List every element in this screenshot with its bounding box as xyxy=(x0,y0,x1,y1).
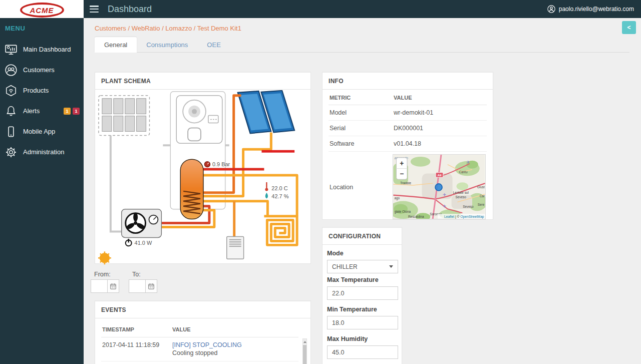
pressure-gauge-icon xyxy=(204,162,210,167)
event-timestamp: 2017-04-11 11:18:59 xyxy=(101,337,171,361)
sidebar-item-label: Alerts xyxy=(23,107,40,115)
gear-icon xyxy=(5,146,18,159)
breadcrumb[interactable]: Customers / WebRatio / Lomazzo / Test De… xyxy=(95,25,641,32)
table-row: Software v01.04.18 xyxy=(329,136,487,152)
from-date-input[interactable] xyxy=(91,279,107,293)
events-col-value: VALUE xyxy=(171,322,298,337)
info-value: v01.04.18 xyxy=(393,136,487,151)
sidebar: MENU Main Dashboard Customers Products xyxy=(0,18,84,364)
map-marker[interactable] xyxy=(435,184,442,191)
date-filter: From: To: xyxy=(91,271,157,293)
acme-logo-text: ACME xyxy=(30,6,54,15)
sidebar-item-label: Customers xyxy=(23,66,55,74)
humidity-droplet-icon xyxy=(265,193,268,199)
leaflet-link[interactable]: Leaflet xyxy=(444,215,454,218)
humidity-reading: 42.7 % xyxy=(271,193,288,199)
bell-icon xyxy=(5,105,18,118)
mode-select[interactable]: CHILLER xyxy=(327,260,398,273)
tab-oee[interactable]: OEE xyxy=(197,37,230,53)
page-title: Dashboard xyxy=(108,4,152,15)
from-calendar-button[interactable] xyxy=(107,279,119,293)
configuration-title: CONFIGURATION xyxy=(323,228,402,245)
to-label: To: xyxy=(132,271,157,278)
map-road-badge: A9 xyxy=(436,172,443,177)
zoom-out-button[interactable]: − xyxy=(400,170,404,178)
user-email: paolo.riviello@webratio.com xyxy=(559,6,634,13)
max-temperature-label: Max Temperature xyxy=(327,276,397,283)
temperature-reading: 22.0 C xyxy=(271,185,287,191)
fan-unit xyxy=(122,209,162,238)
table-row: Serial DK000001 xyxy=(329,121,487,136)
sidebar-item-administration[interactable]: Administration xyxy=(0,142,84,162)
events-table: TIMESTAMP VALUE 2017-04-11 11:18:59 [INF… xyxy=(101,322,298,364)
svg-text:giate Olona: giate Olona xyxy=(394,210,411,214)
map-zoom-control: + − xyxy=(396,158,407,179)
scroll-up-arrow[interactable] xyxy=(303,339,306,344)
sidebar-item-customers[interactable]: Customers xyxy=(0,60,84,80)
top-bar: ACME Dashboard paolo.riviello@webratio.c… xyxy=(0,0,641,18)
svg-text:Cantu: Cantu xyxy=(459,170,467,174)
power-icon xyxy=(126,239,132,246)
sidebar-item-label: Mobile App xyxy=(23,128,55,135)
sidebar-menu-label: MENU xyxy=(0,18,84,39)
svg-text:Giust: Giust xyxy=(477,185,485,189)
to-calendar-button[interactable] xyxy=(145,279,157,293)
info-col-metric: METRIC xyxy=(329,91,393,105)
smartphone-icon xyxy=(5,125,18,138)
collapse-panel-button[interactable]: < xyxy=(622,21,636,34)
info-metric: Location xyxy=(329,180,393,195)
to-date-input[interactable] xyxy=(129,279,145,293)
table-row: 2017-04-11 14:17:19 [INFO] START_COOLING… xyxy=(101,361,298,364)
events-title: EVENTS xyxy=(95,301,310,318)
location-map[interactable]: A9 ✈✈✈ aeroporto Tradate Cantu xyxy=(393,154,486,219)
osm-link[interactable]: OpenStreetMap xyxy=(460,215,484,219)
svg-text:✈: ✈ xyxy=(443,204,446,209)
info-title: INFO xyxy=(323,73,493,90)
sidebar-item-products[interactable]: Products xyxy=(0,80,84,101)
pv-array xyxy=(99,96,150,136)
events-scrollbar[interactable] xyxy=(302,338,307,364)
info-metric: Model xyxy=(329,105,393,120)
scroll-thumb[interactable] xyxy=(303,345,306,364)
sun-icon xyxy=(98,251,111,264)
svg-text:Sere: Sere xyxy=(478,203,485,206)
sidebar-item-label: Administration xyxy=(23,148,64,156)
calendar-icon xyxy=(148,283,155,290)
plant-schema-panel: PLANT SCHEMA xyxy=(95,72,311,264)
mode-label: Mode xyxy=(327,250,397,257)
min-temperature-label: Min Temperature xyxy=(327,306,397,313)
max-humidity-input[interactable] xyxy=(327,345,398,359)
svg-text:Car: Car xyxy=(480,194,485,198)
event-link[interactable]: [INFO] STOP_COOLING xyxy=(172,341,296,348)
svg-text:Rescaldina: Rescaldina xyxy=(408,215,424,218)
tab-bar: General Consumptions OEE xyxy=(95,37,629,53)
info-panel: INFO METRIC VALUE Model wr-demokit-01 Se… xyxy=(322,72,493,220)
power-reading: 41.0 W xyxy=(135,240,152,246)
tab-general[interactable]: General xyxy=(95,37,137,53)
solar-collectors xyxy=(238,91,294,134)
sidebar-item-label: Products xyxy=(23,87,49,94)
max-temperature-input[interactable] xyxy=(327,286,398,300)
sidebar-item-mobile-app[interactable]: Mobile App xyxy=(0,121,84,142)
radiator xyxy=(261,151,294,174)
sidebar-item-main-dashboard[interactable]: Main Dashboard xyxy=(0,39,84,60)
configuration-panel: CONFIGURATION Mode CHILLER Max Temperatu… xyxy=(322,227,402,364)
sidebar-item-alerts[interactable]: Alerts 1 1 xyxy=(0,101,84,121)
tab-consumptions[interactable]: Consumptions xyxy=(137,37,197,53)
info-metric: Serial xyxy=(329,121,393,136)
products-icon xyxy=(5,84,18,97)
info-metric: Software xyxy=(329,136,393,151)
user-account[interactable]: paolo.riviello@webratio.com xyxy=(547,5,634,14)
main-content: Customers / WebRatio / Lomazzo / Test De… xyxy=(84,18,641,364)
alerts-error-badge: 1 xyxy=(73,108,80,115)
svg-text:✈: ✈ xyxy=(466,160,470,165)
menu-toggle-icon[interactable] xyxy=(90,6,99,13)
min-temperature-input[interactable] xyxy=(327,316,398,329)
zoom-in-button[interactable]: + xyxy=(400,160,404,167)
customers-icon xyxy=(5,64,18,77)
map-attribution: Leaflet | © OpenStreetMap xyxy=(438,214,485,219)
chevron-down-icon xyxy=(389,265,393,268)
from-label: From: xyxy=(94,271,119,278)
user-icon xyxy=(547,5,556,14)
storage-tank xyxy=(180,159,203,219)
